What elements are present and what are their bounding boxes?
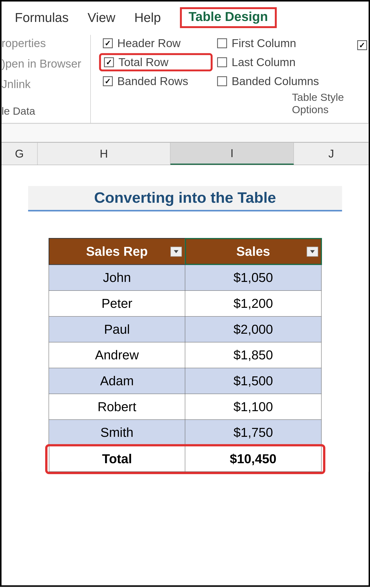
cell-sales[interactable]: $1,850 [185,342,321,368]
ribbon-group-label-data: le Data [1,105,90,117]
table-style-options-grid: Header Row First Column Total Row Last C… [91,35,369,92]
cell-rep[interactable]: Andrew [49,342,185,368]
cell-rep[interactable]: Peter [49,291,185,316]
tab-table-design[interactable]: Table Design [180,7,277,28]
checkbox-first-column[interactable]: First Column [217,37,340,50]
table-total-row[interactable]: Total $10,450 [49,445,321,472]
cell-rep[interactable]: Paul [49,316,185,342]
ribbon-tabs: Formulas View Help Table Design [1,1,369,32]
ribbon-body: roperties )pen in Browser Jnlink le Data… [1,32,369,123]
ribbon-group-caption: Table Style Options [91,92,369,119]
cell-sales[interactable]: $1,100 [185,394,321,420]
checkbox-icon [104,57,114,67]
column-header-j[interactable]: J [294,143,369,165]
checkbox-label: Total Row [118,56,168,69]
column-header-h[interactable]: H [37,143,170,165]
cell-rep[interactable]: Adam [49,368,185,394]
table-header-sales[interactable]: Sales [185,238,321,264]
filter-dropdown-icon[interactable] [307,247,318,257]
table-row[interactable]: Smith $1,750 [49,420,321,445]
checkbox-truncated[interactable] [357,40,367,50]
checkbox-icon [103,38,113,48]
cell-rep[interactable]: John [49,265,185,291]
total-label-cell[interactable]: Total [49,446,185,472]
filter-dropdown-icon[interactable] [170,247,182,257]
checkbox-header-row[interactable]: Header Row [103,37,209,50]
checkbox-banded-columns[interactable]: Banded Columns [217,75,340,88]
cell-sales[interactable]: $1,750 [185,420,321,445]
column-headers: G H I J [1,142,369,165]
ribbon-item-open-browser[interactable]: )pen in Browser [1,57,90,70]
checkbox-label: Banded Rows [117,75,188,88]
checkbox-icon [217,57,227,67]
table-row[interactable]: Peter $1,200 [49,291,321,316]
checkbox-last-column[interactable]: Last Column [217,56,340,69]
checkbox-label: Banded Columns [232,75,319,88]
tab-view[interactable]: View [88,10,115,25]
sales-table: Sales Rep Sales John $1,050 Peter $1,20 [48,238,322,472]
checkbox-icon [103,76,113,86]
ribbon-item-unlink[interactable]: Jnlink [1,78,90,91]
ribbon-left-group: roperties )pen in Browser Jnlink le Data [1,35,91,123]
header-label: Sales [236,244,270,258]
header-label: Sales Rep [86,244,148,258]
table-row[interactable]: John $1,050 [49,265,321,291]
tab-help[interactable]: Help [134,10,161,25]
worksheet-area: Converting into the Table Sales Rep Sale… [1,165,369,472]
checkbox-icon [217,38,227,48]
checkbox-total-row[interactable]: Total Row [99,53,213,71]
total-sales-cell[interactable]: $10,450 [185,446,321,472]
cell-sales[interactable]: $1,200 [185,291,321,316]
cell-rep[interactable]: Robert [49,394,185,420]
tab-formulas[interactable]: Formulas [15,10,69,25]
table-row[interactable]: Andrew $1,850 [49,342,321,368]
table-row[interactable]: Adam $1,500 [49,368,321,394]
ribbon-item-properties[interactable]: roperties [1,37,90,50]
checkbox-label: Header Row [117,37,181,50]
table-header-sales-rep[interactable]: Sales Rep [49,238,185,264]
table-row[interactable]: Robert $1,100 [49,394,321,420]
column-header-g[interactable]: G [1,143,37,165]
formula-bar-area [1,123,369,142]
cell-sales[interactable]: $2,000 [185,316,321,342]
checkbox-banded-rows[interactable]: Banded Rows [103,75,209,88]
cell-sales[interactable]: $1,050 [185,265,321,291]
cell-rep[interactable]: Smith [49,420,185,445]
cell-sales[interactable]: $1,500 [185,368,321,394]
checkbox-label: First Column [232,37,296,50]
checkbox-label: Last Column [232,56,296,69]
table-row[interactable]: Paul $2,000 [49,316,321,342]
column-header-i[interactable]: I [170,143,294,165]
sheet-title: Converting into the Table [28,186,342,211]
table-header-row: Sales Rep Sales [49,238,321,264]
checkbox-icon [217,76,227,86]
